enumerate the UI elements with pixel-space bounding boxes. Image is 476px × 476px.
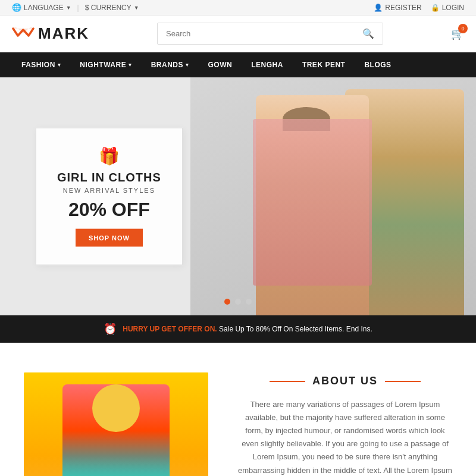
search-button[interactable]: 🔍 (354, 23, 383, 44)
about-image (24, 372, 208, 476)
dot-2[interactable] (235, 299, 241, 305)
banner-prefix: HURRY UP GET OFFER ON. (123, 325, 217, 333)
logo-text: MARK (38, 24, 89, 43)
logo-icon (12, 25, 35, 43)
nav-item-nightware[interactable]: NIGHTWARE ▾ (70, 52, 141, 77)
nav-item-gown[interactable]: GOWN (199, 52, 242, 77)
nav-item-lengha[interactable]: LENGHA (242, 52, 293, 77)
promo-title: GIRL IN CLOTHS (57, 171, 161, 184)
promo-banner: ⏰ HURRY UP GET OFFER ON. Sale Up To 80% … (0, 315, 476, 343)
search-input[interactable] (158, 24, 354, 43)
logo[interactable]: MARK (12, 24, 89, 43)
about-image-bg (24, 372, 208, 476)
top-bar-left: 🌐 LANGUAGE ▼ | $ CURRENCY ▼ (12, 3, 139, 12)
currency-selector[interactable]: $ CURRENCY ▼ (85, 4, 139, 12)
about-content: ABOUT US There are many variations of pa… (238, 375, 452, 476)
register-button[interactable]: 👤 REGISTER (374, 4, 421, 12)
lock-icon: 🔒 (431, 4, 440, 12)
currency-chevron-icon: ▼ (134, 5, 139, 11)
gift-icon: 🎁 (57, 146, 161, 166)
slider-dots (224, 299, 252, 305)
person-icon: 👤 (374, 4, 383, 12)
login-button[interactable]: 🔒 LOGIN (431, 4, 464, 12)
header: MARK 🔍 🛒 0 (0, 15, 476, 52)
cart-button[interactable]: 🛒 0 (451, 27, 464, 40)
hero-background (190, 77, 476, 315)
language-label: LANGUAGE (24, 4, 64, 12)
cart-badge: 0 (458, 24, 468, 33)
about-body: There are many variations of passages of… (238, 398, 452, 476)
login-label: LOGIN (442, 4, 464, 12)
banner-message: Sale Up To 80% Off On Selected Items. En… (219, 325, 372, 333)
hero-slider: 🎁 GIRL IN CLOTHS NEW ARRIVAL STYLES 20% … (0, 77, 476, 315)
brands-chevron-icon: ▾ (186, 62, 189, 68)
language-chevron-icon: ▼ (66, 5, 71, 11)
divider: | (77, 4, 79, 12)
flag-icon: 🌐 (12, 3, 21, 12)
timer-icon: ⏰ (104, 322, 117, 336)
about-title: ABOUT US (312, 375, 378, 387)
heading-left-line (270, 381, 305, 382)
banner-text: HURRY UP GET OFFER ON. Sale Up To 80% Of… (123, 325, 372, 333)
nav-item-trek-pent[interactable]: TREK PENT (293, 52, 355, 77)
about-heading: ABOUT US (238, 375, 452, 387)
search-bar: 🔍 (157, 23, 383, 45)
nav-item-blogs[interactable]: BLOGS (355, 52, 400, 77)
top-bar-right: 👤 REGISTER 🔒 LOGIN (374, 4, 464, 12)
shop-now-button[interactable]: SHOP NOW (76, 229, 143, 247)
about-section: ABOUT US There are many variations of pa… (0, 343, 476, 476)
promo-discount: 20% OFF (57, 199, 161, 221)
register-label: REGISTER (385, 4, 421, 12)
nightware-chevron-icon: ▾ (129, 62, 132, 68)
currency-label: $ CURRENCY (85, 4, 131, 12)
hero-promo-box: 🎁 GIRL IN CLOTHS NEW ARRIVAL STYLES 20% … (36, 128, 183, 265)
dot-1[interactable] (224, 299, 230, 305)
fashion-chevron-icon: ▾ (58, 62, 61, 68)
promo-tagline: NEW ARRIVAL STYLES (57, 187, 161, 194)
nav-item-fashion[interactable]: FASHION ▾ (12, 52, 70, 77)
language-selector[interactable]: 🌐 LANGUAGE ▼ (12, 3, 71, 12)
dot-3[interactable] (246, 299, 252, 305)
nav-item-brands[interactable]: BRANDS ▾ (142, 52, 199, 77)
header-icons: 🛒 0 (451, 27, 464, 40)
top-bar: 🌐 LANGUAGE ▼ | $ CURRENCY ▼ 👤 REGISTER 🔒… (0, 0, 476, 15)
search-icon: 🔍 (362, 29, 374, 39)
heading-right-line (385, 381, 421, 382)
main-nav: FASHION ▾ NIGHTWARE ▾ BRANDS ▾ GOWN LENG… (0, 52, 476, 77)
